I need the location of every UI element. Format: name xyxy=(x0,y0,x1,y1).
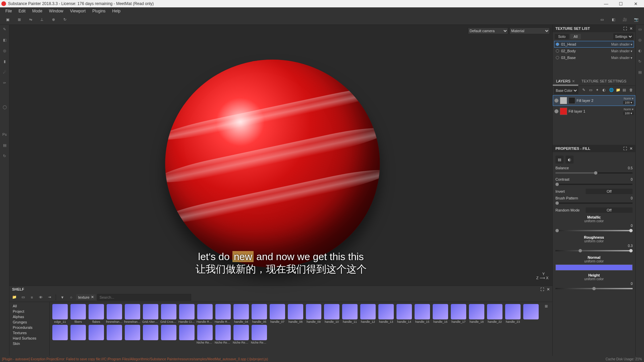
contrast-slider[interactable] xyxy=(555,184,633,185)
texset-radio-icon[interactable] xyxy=(556,43,559,46)
shelf-arrow-icon[interactable]: ⇥ xyxy=(46,294,53,301)
texset-settings-select[interactable]: Settings xyxy=(613,34,633,40)
menu-mode[interactable]: Mode xyxy=(29,9,46,13)
add-icon[interactable]: ⊕ xyxy=(49,16,58,23)
shelf-filter-icon[interactable]: ▼ xyxy=(59,294,66,301)
camera-select[interactable]: Default camera xyxy=(468,27,508,34)
shelf-list-icon[interactable]: ≡ xyxy=(28,294,36,301)
material-icon[interactable]: ◯ xyxy=(2,104,8,110)
env-icon[interactable]: ◐ xyxy=(637,48,643,54)
perspective-icon[interactable]: ▭ xyxy=(598,16,606,23)
shelf-item[interactable]: handle_23 xyxy=(504,304,521,323)
shelf-item[interactable]: handle_16 xyxy=(432,304,449,323)
shelf-item[interactable]: Grid Crossed xyxy=(160,304,177,323)
ps-icon[interactable]: Ps xyxy=(2,131,8,137)
reload-icon[interactable]: ↻ xyxy=(2,153,8,159)
roughness-slider[interactable] xyxy=(555,250,633,251)
layer-folder-icon[interactable]: 📁 xyxy=(616,88,621,93)
invert-toggle[interactable]: Off xyxy=(586,189,633,194)
cat-project[interactable]: Project xyxy=(9,309,49,314)
layer-instance-icon[interactable]: 🌐 xyxy=(609,88,614,93)
layer-row[interactable]: Fill layer 1 Norm ▾100 ▾ xyxy=(553,106,635,117)
layer-pick-icon[interactable]: ✎ xyxy=(582,88,587,93)
texset-row[interactable]: 03_Base Main shader ▾ xyxy=(554,54,634,61)
shelf-import-icon[interactable]: ▭ xyxy=(19,294,27,301)
tab-layers-close-icon[interactable]: ✕ xyxy=(572,79,575,83)
shelf-item[interactable] xyxy=(523,304,539,323)
tab-texture-set-settings[interactable]: TEXTURE SET SETTINGS xyxy=(578,78,630,85)
screenshot-icon[interactable]: 📷 xyxy=(632,16,641,23)
layer-blend-mode[interactable]: Norm ▾ xyxy=(624,97,634,100)
props-expand-icon[interactable]: ⛶ xyxy=(623,146,627,151)
menu-file[interactable]: File xyxy=(2,9,15,13)
layer-mask-icon[interactable]: ▭ xyxy=(589,88,594,93)
shelf-item[interactable] xyxy=(178,325,195,344)
shelf-item[interactable]: handle_12 xyxy=(360,304,376,323)
menu-viewport[interactable]: Viewport xyxy=(67,9,89,13)
solo-button[interactable]: Solo xyxy=(555,34,569,39)
shelf-item[interactable] xyxy=(106,325,123,344)
search-input[interactable] xyxy=(97,294,191,301)
shelf-item[interactable]: handle_15 xyxy=(414,304,431,323)
shelf-item[interactable]: fibers xyxy=(70,304,87,323)
metallic-slider[interactable] xyxy=(555,230,633,231)
props-material-icon[interactable]: ◐ xyxy=(566,156,574,164)
layer-add-icon[interactable]: ▤ xyxy=(623,88,627,93)
shelf-item[interactable]: handle_09 xyxy=(305,304,322,323)
shelf-filter-tag[interactable]: texture ✕ xyxy=(76,294,96,300)
maximize-button[interactable]: ☐ xyxy=(616,1,625,6)
texset-radio-icon[interactable] xyxy=(556,49,559,53)
channel-select[interactable]: Material xyxy=(509,27,550,34)
balance-slider[interactable] xyxy=(555,172,633,174)
eraser-icon[interactable]: ◧ xyxy=(2,37,8,43)
projection-icon[interactable]: ◎ xyxy=(2,48,8,54)
shelf-item[interactable]: handle_22 xyxy=(486,304,503,323)
menu-help[interactable]: Help xyxy=(109,9,124,13)
layer-thumbnail[interactable] xyxy=(560,97,567,104)
texset-radio-icon[interactable] xyxy=(556,56,559,59)
shelf-item[interactable]: handle_13 xyxy=(378,304,394,323)
tab-layers[interactable]: LAYERS✕ xyxy=(553,78,578,85)
cat-skin[interactable]: Skin xyxy=(9,341,49,346)
history-icon[interactable]: ↻ xyxy=(637,58,643,64)
shelf-item[interactable]: handle_18 xyxy=(468,304,485,323)
texset-shader[interactable]: Main shader ▾ xyxy=(611,43,632,46)
shelf-item[interactable]: handle_10 xyxy=(323,304,340,323)
shelf-folder-icon[interactable]: 📁 xyxy=(11,294,18,301)
shelf-item[interactable] xyxy=(124,325,141,344)
shelf-item[interactable]: Niche Recta... xyxy=(233,325,250,344)
layer-thumbnail[interactable] xyxy=(560,108,567,115)
symmetry-icon[interactable]: ⇋ xyxy=(26,16,35,23)
shelf-item[interactable] xyxy=(70,325,87,344)
shelf-item[interactable]: Niche Recta... xyxy=(215,325,231,344)
cat-hardsurfaces[interactable]: Hard Surfaces xyxy=(9,336,49,341)
shelf-item[interactable]: handle_05 xyxy=(251,304,268,323)
log-icon[interactable]: ▤ xyxy=(637,69,643,75)
shelf-circle-icon[interactable]: ○ xyxy=(67,294,75,301)
frame-icon[interactable]: ▣ xyxy=(3,16,12,23)
shelf-item[interactable]: handle_08 xyxy=(287,304,304,323)
cube-icon[interactable]: ◧ xyxy=(609,16,618,23)
brush-icon[interactable]: ✎ xyxy=(2,26,8,32)
props-close-icon[interactable]: ✕ xyxy=(630,146,633,151)
layer-adjust-icon[interactable]: ◐ xyxy=(602,88,607,93)
grid-icon[interactable]: ⊞ xyxy=(15,16,23,23)
shelf-item[interactable] xyxy=(88,325,105,344)
all-button[interactable]: All xyxy=(570,34,581,39)
shelf-item[interactable]: Niche Recta... xyxy=(251,325,268,344)
layer-delete-icon[interactable]: 🗑 xyxy=(629,88,634,93)
camera-icon[interactable]: 🎥 xyxy=(621,16,629,23)
layer-opacity[interactable]: 100 ▾ xyxy=(623,112,634,115)
shelf-item[interactable]: fresnelranges xyxy=(106,304,123,323)
menu-plugins[interactable]: Plugins xyxy=(89,9,109,13)
shelf-item[interactable]: fresnelrang... xyxy=(124,304,141,323)
menu-window[interactable]: Window xyxy=(46,9,67,13)
shelf-item[interactable] xyxy=(52,325,68,344)
viewport-3d[interactable]: Default camera Material Y Z ⟶ X let's do… xyxy=(9,25,552,286)
random-mode-toggle[interactable]: Off xyxy=(586,207,633,213)
texset-shader[interactable]: Main shader ▾ xyxy=(611,56,632,60)
export-icon[interactable]: ▤ xyxy=(2,142,8,148)
shelf-item[interactable]: handle_11 xyxy=(341,304,358,323)
shelf-item[interactable]: Handle Circle xyxy=(178,304,195,323)
texset-expand-icon[interactable]: ⛶ xyxy=(623,26,627,31)
